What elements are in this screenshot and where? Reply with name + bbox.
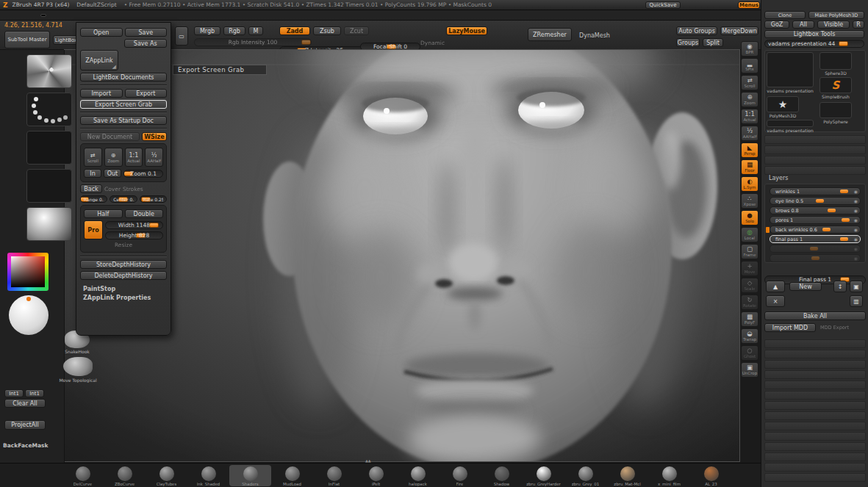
right-shelf-button[interactable]: ▢ Frame [741,244,758,259]
clone-button[interactable]: Clone [764,11,806,19]
right-shelf-button[interactable]: + Move [741,261,758,276]
draw-pointer-icon[interactable]: ▭ [175,26,188,46]
quicksave-button[interactable]: QuickSave [645,1,681,9]
zoom-out-button[interactable]: Out [104,169,121,178]
palette-section[interactable] [764,166,866,175]
menu-item[interactable] [129,15,134,16]
tray-divider-handle[interactable]: ▲▲ [365,458,371,463]
eye-icon[interactable]: ◉ [854,227,858,232]
doc-nav-button[interactable]: ½ AAHalf [145,148,163,167]
palette-section[interactable] [764,452,866,461]
right-shelf-button[interactable]: ◐ L.Sym [741,176,758,192]
layer-row[interactable]: pores 1 ◉ [770,216,861,224]
eye-icon[interactable]: ◉ [854,208,858,213]
tray-item[interactable]: AL_23 [690,465,732,486]
menu-item[interactable] [40,14,46,17]
tray-item[interactable]: zbru_Grey_01 [564,465,606,486]
menu-item[interactable] [98,15,103,16]
tray-item[interactable]: MudLoad [271,465,313,486]
doc-nav-button[interactable]: ⇄ Scroll [84,148,102,167]
right-shelf-button[interactable]: ⊕ Zoom [741,92,758,107]
menu-item[interactable] [25,15,29,16]
layer-row[interactable]: eye line 0.5 ◉ [770,197,861,205]
right-shelf-button[interactable]: ½ AAHalf [741,126,758,141]
layer-row[interactable]: back wrinkles 0.6 ◉ [770,226,861,234]
active-tool-name-slider[interactable]: vadams presentation 44 [764,40,864,48]
menu-item[interactable] [30,15,35,16]
tray-item[interactable]: DelCurve [62,465,104,486]
lightbox-documents-button[interactable]: LightBox Documents [80,73,167,82]
active-tool-thumbnail[interactable] [767,52,814,87]
rgb-button[interactable]: Rgb [223,26,245,35]
zapplink-properties-item[interactable]: ZAppLink Properties [80,295,151,301]
tray-item[interactable]: ClayTubes [146,465,187,486]
right-shelf-button[interactable]: 1:1 Actual [741,109,758,124]
tray-item[interactable]: Fire [439,465,481,486]
tray-item[interactable]: Shaders [229,465,271,486]
half-button[interactable]: Half [84,209,123,218]
cover-label[interactable]: Cover [104,186,121,192]
goz-visible-button[interactable]: Visible [817,21,850,29]
right-shelf-button[interactable]: ◇ Scale [741,278,758,293]
export-button[interactable]: Export [125,89,168,98]
current-texture-thumbnail[interactable] [26,169,72,203]
menus-toggle[interactable]: Menus [738,1,760,9]
mrgb-button[interactable]: Mrgb [194,26,220,35]
goz-all-button[interactable]: All [792,21,814,29]
menu-item[interactable] [62,15,67,16]
palette-section[interactable] [764,350,866,358]
zsub-button[interactable]: Zsub [313,26,341,35]
back-color-button[interactable]: Back [80,184,102,193]
eye-icon[interactable]: ◉ [854,237,858,242]
eye-icon[interactable]: ◉ [854,256,858,261]
layer-row[interactable]: brows 0.8 ◉ [770,206,861,214]
resize-button[interactable]: Resize [115,242,132,248]
strokes-label[interactable]: Strokes [123,186,143,192]
polymesh3d-tool-thumbnail[interactable]: ★ [767,96,799,112]
mdd-export-label[interactable]: MDD Export [820,325,849,331]
wsize-button[interactable]: WSize [142,132,167,141]
layer-swap-button[interactable]: ↕ [833,281,847,292]
tray-item[interactable]: ZBoCurve [104,465,146,486]
layer-up-button[interactable]: ▲ [766,281,785,292]
m-button[interactable]: M [248,26,263,35]
right-shelf-button[interactable]: ▩ PolyF [741,311,758,327]
project-all-button[interactable]: ProjectAll [4,420,46,430]
r-button[interactable]: R [853,21,864,29]
tray-item[interactable]: Shadow [481,465,523,486]
layer-duplicate-button[interactable]: ▣ [850,281,863,292]
zadd-button[interactable]: Zadd [279,26,310,35]
palette-section[interactable] [764,422,866,430]
make-polymesh3d-button[interactable]: Make PolyMesh3D [808,11,864,19]
layer-options-button[interactable]: ▥ [850,295,863,307]
menu-item[interactable] [124,15,129,16]
tray-item[interactable]: iPelt [355,465,397,486]
width-slider[interactable]: Width 1148 [105,221,163,229]
range-slider[interactable]: Range 0.1 [80,195,107,203]
menu-item[interactable] [93,15,98,16]
tray-item[interactable]: InFlat [313,465,355,486]
palette-section[interactable] [764,432,866,441]
right-shelf-button[interactable]: ▦ Floor [741,159,758,175]
palette-section[interactable] [764,391,866,400]
palette-section[interactable] [764,380,866,389]
palette-section[interactable] [764,135,866,144]
menu-item[interactable] [35,15,40,16]
palette-section[interactable] [764,370,866,379]
rgb-intensity-slider[interactable]: Rgb Intensity 100 [194,38,312,46]
current-color-sphere[interactable] [9,295,49,335]
pro-toggle[interactable]: Pro [84,220,103,239]
menu-item[interactable] [68,15,72,16]
palette-section[interactable] [764,473,866,482]
head2-tool-thumbnail[interactable] [767,120,814,127]
menu-item[interactable] [134,15,139,16]
double-button[interactable]: Double [125,209,164,218]
menu-item[interactable] [140,15,144,16]
goz-button[interactable]: GoZ [764,21,789,29]
eye-icon[interactable]: ◉ [854,246,858,251]
save-as-button[interactable]: Save As [124,39,168,48]
tray-item[interactable]: halopack [397,465,439,486]
groups-button[interactable]: Groups [676,38,700,47]
mergedown-button[interactable]: MergeDown [720,26,758,35]
layer-row[interactable]: wrinkles 1 ◉ [770,187,861,195]
